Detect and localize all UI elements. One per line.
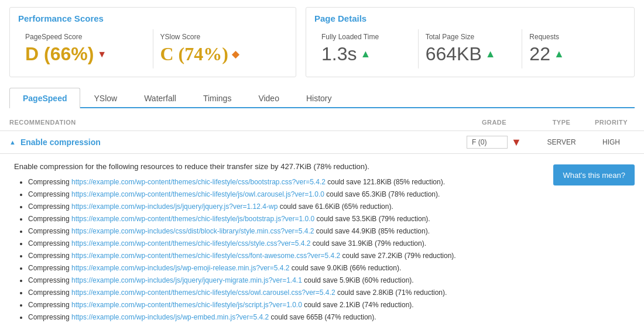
list-item: Compressing https://example.com/wp-conte… [28,189,542,200]
pagespeed-score-item: PageSpeed Score D (66%) ▼ [18,29,153,68]
pagespeed-arrow: ▼ [97,49,107,60]
col-priority-header: PRIORITY [588,119,635,126]
resource-link[interactable]: https://example.com/wp-content/themes/ch… [71,215,314,223]
content-description: Enable compression for the following res… [14,162,542,171]
tab-pagespeed[interactable]: PageSpeed [9,88,80,108]
col-type-header: TYPE [535,119,588,126]
fully-loaded-arrow: ▲ [360,48,371,60]
recommendation-row: ▲ Enable compression ▼ SERVER HIGH [0,131,644,154]
tab-timings[interactable]: Timings [190,88,245,108]
total-size-value: 664KB ▲ [426,43,515,65]
resource-link[interactable]: https://example.com/wp-content/themes/ch… [71,239,311,248]
resource-list: Compressing https://example.com/wp-conte… [14,177,542,323]
list-item: Compressing https://example.com/wp-inclu… [28,201,542,212]
tabs-container: PageSpeed YSlow Waterfall Timings Video … [9,88,635,108]
performance-scores-title: Performance Scores [18,13,287,23]
page-details-panel: Page Details Fully Loaded Time 1.3s ▲ To… [306,7,635,77]
scores-row: PageSpeed Score D (66%) ▼ YSlow Score C … [18,29,287,68]
col-recommendation-header: RECOMMENDATION [9,119,453,126]
yslow-score-item: YSlow Score C (74%) ◆ [153,29,288,68]
resource-link[interactable]: https://example.com/wp-includes/js/wp-em… [71,264,290,272]
page-details-title: Page Details [314,13,626,23]
list-item: Compressing https://example.com/wp-inclu… [28,226,542,236]
list-item: Compressing https://example.com/wp-inclu… [28,312,542,322]
col-grade-header: GRADE [453,119,535,126]
grade-box: ▼ [453,136,535,149]
tab-history[interactable]: History [293,88,345,108]
list-item: Compressing https://example.com/wp-conte… [28,214,542,224]
content-text: Enable compression for the following res… [14,162,542,323]
requests-arrow: ▲ [554,48,564,60]
requests-value: 22 ▲ [529,43,619,65]
total-size-item: Total Page Size 664KB ▲ [419,29,523,68]
tab-yslow[interactable]: YSlow [80,88,131,108]
tab-waterfall[interactable]: Waterfall [131,88,190,108]
requests-item: Requests 22 ▲ [522,29,626,68]
resource-link[interactable]: https://example.com/wp-content/themes/ch… [71,178,326,186]
list-item: Compressing https://example.com/wp-conte… [28,287,542,298]
detail-items: Fully Loaded Time 1.3s ▲ Total Page Size… [314,29,626,68]
fully-loaded-value: 1.3s ▲ [321,43,411,65]
resource-link[interactable]: https://example.com/wp-includes/css/dist… [71,227,314,235]
resource-link[interactable]: https://example.com/wp-content/themes/ch… [71,190,324,198]
total-size-arrow: ▲ [485,48,496,60]
tabs-row: PageSpeed YSlow Waterfall Timings Video … [9,88,635,107]
expand-icon[interactable]: ▲ [9,139,16,146]
resource-link[interactable]: https://example.com/wp-content/themes/ch… [71,288,335,297]
performance-scores-panel: Performance Scores PageSpeed Score D (66… [9,7,296,77]
fully-loaded-item: Fully Loaded Time 1.3s ▲ [314,29,419,68]
content-area: Enable compression for the following res… [0,154,644,323]
priority-value: HIGH [588,138,635,146]
recommendation-label-col: ▲ Enable compression [9,138,453,147]
resource-link[interactable]: https://example.com/wp-includes/js/jquer… [71,202,278,211]
yslow-value: C (74%) ◆ [160,43,281,65]
recommendation-title: Enable compression [20,138,101,147]
requests-label: Requests [529,33,619,41]
resource-link[interactable]: https://example.com/wp-includes/js/wp-em… [71,313,269,321]
pagespeed-value: D (66%) ▼ [25,43,146,65]
pagespeed-label: PageSpeed Score [25,33,146,41]
list-item: Compressing https://example.com/wp-conte… [28,177,542,187]
fully-loaded-label: Fully Loaded Time [321,33,411,41]
type-value: SERVER [535,138,588,146]
yslow-label: YSlow Score [160,33,281,41]
resource-link[interactable]: https://example.com/wp-content/themes/ch… [71,301,302,309]
list-item: Compressing https://example.com/wp-inclu… [28,263,542,273]
whats-this-button[interactable]: What's this mean? [553,164,635,185]
yslow-arrow: ◆ [232,49,239,60]
resource-link[interactable]: https://example.com/wp-includes/js/jquer… [71,276,302,284]
list-item: Compressing https://example.com/wp-conte… [28,300,542,310]
grade-input[interactable] [467,136,508,149]
table-header: RECOMMENDATION GRADE TYPE PRIORITY [0,114,644,131]
total-size-label: Total Page Size [426,33,515,41]
tab-video[interactable]: Video [245,88,293,108]
grade-arrow-icon: ▼ [511,136,522,149]
list-item: Compressing https://example.com/wp-conte… [28,238,542,249]
list-item: Compressing https://example.com/wp-inclu… [28,275,542,286]
resource-link[interactable]: https://example.com/wp-content/themes/ch… [71,252,340,260]
list-item: Compressing https://example.com/wp-conte… [28,250,542,261]
